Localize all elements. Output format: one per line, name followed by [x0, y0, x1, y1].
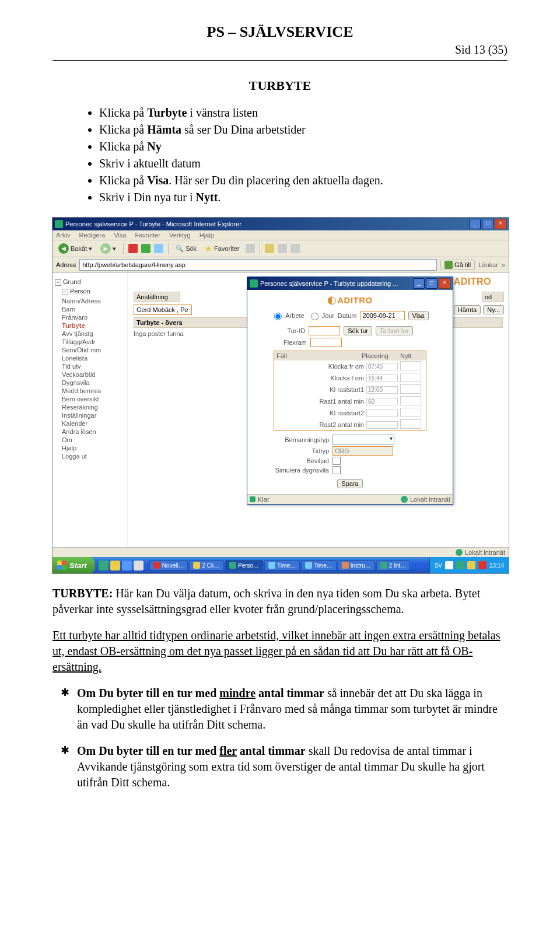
- nytt-input[interactable]: [400, 408, 421, 417]
- nav-item[interactable]: Reseräkning: [55, 403, 125, 411]
- dialog-close[interactable]: ×: [439, 278, 450, 289]
- nytt-input[interactable]: [400, 384, 421, 394]
- beviljad-checkbox[interactable]: [332, 457, 341, 465]
- nytt-input[interactable]: [400, 373, 421, 382]
- arbete-radio[interactable]: Arbete: [271, 311, 304, 320]
- tray-icon[interactable]: [467, 561, 475, 569]
- task-item[interactable]: Novell…: [149, 560, 188, 570]
- menu-item[interactable]: Verktyg: [169, 232, 191, 239]
- tray-icon[interactable]: [456, 561, 464, 569]
- task-item[interactable]: Time…: [301, 560, 337, 570]
- dialog-minimize[interactable]: _: [413, 278, 425, 289]
- nav-item[interactable]: Kalender: [55, 419, 125, 428]
- nav-item[interactable]: Namn/Adress: [55, 297, 125, 305]
- tidtyp-input[interactable]: [332, 446, 393, 456]
- nav-group[interactable]: −Grund: [55, 278, 125, 286]
- edit-icon[interactable]: [290, 244, 300, 253]
- note-item: Om Du byter till en tur med mindre antal…: [52, 685, 508, 733]
- menu-item[interactable]: Arkiv: [56, 232, 70, 239]
- quicklaunch-icon[interactable]: [110, 561, 120, 570]
- spara-button[interactable]: Spara: [337, 479, 362, 488]
- nav-item[interactable]: Veckoarbtid: [55, 370, 125, 379]
- nav-item[interactable]: Ändra lösen: [55, 428, 125, 436]
- nav-item[interactable]: Frånvaro: [55, 313, 125, 321]
- nytt-input[interactable]: [400, 396, 421, 405]
- jour-radio[interactable]: Jour: [308, 311, 334, 320]
- menu-item[interactable]: Favoriter: [135, 232, 160, 239]
- klar-label: Klar: [250, 496, 270, 503]
- instruction-item: Klicka på Turbyte i vänstra listen: [99, 105, 508, 121]
- address-label: Adress: [56, 261, 76, 268]
- turid-input[interactable]: [309, 326, 340, 335]
- placering-input[interactable]: [366, 386, 398, 394]
- nav-item-turbyte[interactable]: Turbyte: [55, 321, 125, 330]
- simulera-checkbox[interactable]: [332, 466, 341, 474]
- dialog-title-text: Personec självservice P - Turbyte uppdat…: [260, 280, 413, 287]
- back-button[interactable]: ◄ Bakåt ▾: [56, 242, 94, 255]
- search-button[interactable]: 🔍Sök: [173, 244, 199, 254]
- placering-input[interactable]: [366, 363, 398, 370]
- nav-item[interactable]: Barn: [55, 305, 125, 313]
- task-item[interactable]: Perso…: [225, 560, 263, 570]
- tray-icon[interactable]: [445, 561, 453, 569]
- nav-item[interactable]: Inställningar: [55, 411, 125, 419]
- dialog-maximize[interactable]: □: [426, 278, 438, 289]
- task-item[interactable]: Instru…: [338, 560, 375, 570]
- print-icon[interactable]: [278, 244, 287, 253]
- task-item[interactable]: Time…: [264, 560, 300, 570]
- visa-button[interactable]: Visa: [408, 311, 429, 320]
- go-button[interactable]: Gå till: [440, 260, 475, 270]
- stop-icon[interactable]: [128, 244, 138, 253]
- nav-item[interactable]: Hjälp: [55, 444, 125, 452]
- maximize-button[interactable]: □: [482, 219, 494, 229]
- menu-item[interactable]: Hjälp: [200, 232, 214, 239]
- nav-item[interactable]: Logga ut: [55, 452, 125, 460]
- links-label[interactable]: Länkar: [478, 261, 498, 268]
- quicklaunch-icon[interactable]: [122, 561, 132, 570]
- nav-item[interactable]: Sem/Ötid mm: [55, 346, 125, 354]
- ny-button[interactable]: Ny...: [483, 305, 504, 314]
- tray-lang[interactable]: SV: [435, 562, 442, 569]
- minimize-button[interactable]: _: [469, 219, 481, 229]
- hamta-button[interactable]: Hämta: [454, 305, 481, 314]
- anstallning-field[interactable]: Gerd Mobäck , Pe: [134, 304, 192, 315]
- nav-item[interactable]: Lönelista: [55, 354, 125, 362]
- home-icon[interactable]: [154, 244, 163, 253]
- placering-input[interactable]: [366, 410, 398, 417]
- tabort-tur-button[interactable]: Ta bort tur: [376, 326, 413, 335]
- turbyte-dialog: Personec självservice P - Turbyte uppdat…: [247, 276, 453, 505]
- nav-item[interactable]: Avv tjänstg: [55, 330, 125, 338]
- nav-item[interactable]: Tid utv: [55, 362, 125, 370]
- placering-input[interactable]: [366, 421, 398, 429]
- task-item[interactable]: 2 Int…: [376, 560, 410, 570]
- nav-item[interactable]: Om: [55, 436, 125, 444]
- menu-item[interactable]: Visa: [114, 232, 126, 239]
- history-icon[interactable]: [246, 244, 255, 253]
- forward-button[interactable]: ► ▾: [98, 242, 118, 255]
- mail-icon[interactable]: [265, 244, 274, 253]
- bemanningstyp-select[interactable]: [332, 435, 394, 445]
- quicklaunch-icon[interactable]: [99, 561, 108, 570]
- nav-item[interactable]: Bem översikt: [55, 395, 125, 403]
- menu-item[interactable]: Redigera: [79, 232, 106, 239]
- nav-group[interactable]: −Person: [55, 288, 125, 295]
- nav-item[interactable]: Medd bemres: [55, 387, 125, 395]
- tray-icon[interactable]: [478, 561, 487, 569]
- note-item: Om Du byter till en tur med fler antal t…: [52, 743, 508, 790]
- quicklaunch-icon[interactable]: [134, 561, 144, 570]
- nytt-input[interactable]: [400, 419, 421, 429]
- refresh-icon[interactable]: [141, 244, 150, 253]
- date-input[interactable]: [360, 311, 405, 320]
- nav-item[interactable]: Dygnsvila: [55, 379, 125, 387]
- placering-input[interactable]: [366, 398, 398, 405]
- sok-tur-button[interactable]: Sök tur: [344, 326, 372, 335]
- close-button[interactable]: ×: [495, 219, 506, 229]
- nytt-input[interactable]: [400, 361, 421, 370]
- flexram-input[interactable]: [310, 338, 342, 347]
- nav-item[interactable]: Tillägg/Avdr: [55, 338, 125, 346]
- placering-input[interactable]: [366, 374, 398, 382]
- task-item[interactable]: 2 Ck…: [189, 560, 224, 570]
- start-button[interactable]: Start: [52, 557, 95, 573]
- url-input[interactable]: [79, 259, 437, 271]
- favorites-button[interactable]: ★Favoriter: [202, 243, 242, 254]
